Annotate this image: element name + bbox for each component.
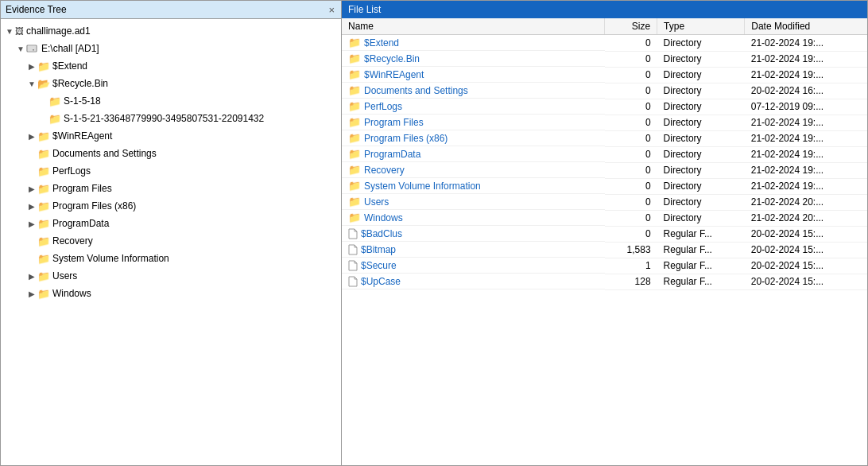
tree-expander-e-chall[interactable]: ▼: [15, 45, 26, 53]
table-row[interactable]: 📁PerfLogs0Directory07-12-2019 09:...: [342, 99, 867, 115]
tree-label-systemvol: System Volume Information: [52, 253, 169, 264]
file-date-cell: 20-02-2024 16:...: [745, 83, 867, 99]
folder-icon: 📁: [37, 183, 50, 195]
tree-expander-windows[interactable]: ▶: [26, 289, 37, 298]
table-row[interactable]: 📁Recovery0Directory21-02-2024 19:...: [342, 162, 867, 178]
file-date-cell: 20-02-2024 15:...: [745, 242, 867, 258]
table-row[interactable]: 📁Documents and Settings0Directory20-02-2…: [342, 83, 867, 99]
file-name-cell[interactable]: $UpCase: [342, 274, 605, 289]
file-list-header: File List: [342, 1, 867, 18]
file-type-cell: Regular F...: [657, 226, 745, 242]
tree-item-programdata[interactable]: ▶📁ProgramData: [1, 215, 341, 232]
file-name-cell[interactable]: 📁System Volume Information: [342, 178, 605, 194]
tree-label-e-chall: E:\chall [AD1]: [41, 43, 99, 54]
file-name-cell[interactable]: 📁$WinREAgent: [342, 67, 605, 83]
table-row[interactable]: $Secure1Regular F...20-02-2024 15:...: [342, 258, 867, 274]
tree-item-winreagent[interactable]: ▶📁$WinREAgent: [1, 127, 341, 145]
file-type-cell: Directory: [657, 51, 745, 67]
file-name-cell[interactable]: $Secure: [342, 258, 605, 274]
table-row[interactable]: 📁$Recycle.Bin0Directory21-02-2024 19:...: [342, 51, 867, 67]
tree-expander-recycle[interactable]: ▼: [26, 80, 37, 88]
file-table: Name Size Type Date Modified 📁$Extend0Di…: [342, 18, 867, 290]
tree-item-extend[interactable]: ▶📁$Extend: [1, 57, 341, 75]
tree-item-docsettings[interactable]: 📁Documents and Settings: [1, 145, 341, 162]
row-folder-icon: 📁: [348, 68, 361, 80]
tree-expander-extend[interactable]: ▶: [26, 62, 37, 71]
table-row[interactable]: 📁$Extend0Directory21-02-2024 19:...: [342, 35, 867, 52]
tree-content[interactable]: ▼🖼challimage.ad1▼E:\chall [AD1]▶📁$Extend…: [1, 19, 341, 465]
folder-icon: 📁: [37, 218, 50, 230]
file-type-cell: Directory: [657, 83, 745, 99]
file-name-cell[interactable]: $Bitmap: [342, 242, 605, 258]
table-row[interactable]: 📁$WinREAgent0Directory21-02-2024 19:...: [342, 67, 867, 83]
table-row[interactable]: 📁System Volume Information0Directory21-0…: [342, 178, 867, 194]
tree-expander-winreagent[interactable]: ▶: [26, 132, 37, 141]
tree-label-programfiles: Program Files: [52, 183, 112, 194]
tree-item-recycle[interactable]: ▼📂$Recycle.Bin: [1, 75, 341, 92]
tree-expander-programdata[interactable]: ▶: [26, 219, 37, 228]
folder-icon: 📁: [37, 288, 50, 300]
table-row[interactable]: $Bitmap1,583Regular F...20-02-2024 15:..…: [342, 242, 867, 258]
file-name-cell[interactable]: 📁$Extend: [342, 35, 605, 51]
folder-icon: 📁: [37, 130, 50, 142]
tree-item-recovery[interactable]: 📁Recovery: [1, 232, 341, 250]
col-name[interactable]: Name: [342, 18, 605, 35]
file-list-table[interactable]: Name Size Type Date Modified 📁$Extend0Di…: [342, 18, 867, 465]
col-type[interactable]: Type: [657, 18, 745, 35]
file-date-cell: 21-02-2024 20:...: [745, 210, 867, 226]
file-name-cell[interactable]: 📁Windows: [342, 210, 605, 226]
tree-item-e-chall[interactable]: ▼E:\chall [AD1]: [1, 40, 341, 57]
file-name-cell[interactable]: 📁$Recycle.Bin: [342, 51, 605, 67]
table-row[interactable]: 📁Users0Directory21-02-2024 20:...: [342, 194, 867, 210]
row-folder-icon: 📁: [348, 37, 361, 49]
row-folder-icon: 📁: [348, 164, 361, 176]
tree-item-programfiles[interactable]: ▶📁Program Files: [1, 180, 341, 197]
table-row[interactable]: 📁Program Files0Directory21-02-2024 19:..…: [342, 115, 867, 130]
file-name-cell[interactable]: 📁ProgramData: [342, 146, 605, 162]
file-size-cell: 0: [605, 162, 657, 178]
col-size[interactable]: Size: [605, 18, 657, 35]
file-name-cell[interactable]: 📁Recovery: [342, 162, 605, 178]
tree-expander-programfiles[interactable]: ▶: [26, 184, 37, 193]
tree-expander-programfilesx86[interactable]: ▶: [26, 202, 37, 211]
tree-item-perflogs[interactable]: 📁PerfLogs: [1, 162, 341, 180]
file-name-text: Documents and Settings: [364, 85, 468, 96]
file-date-cell: 20-02-2024 15:...: [745, 258, 867, 274]
table-row[interactable]: 📁ProgramData0Directory21-02-2024 19:...: [342, 146, 867, 162]
tree-expander-root[interactable]: ▼: [4, 27, 15, 36]
table-row[interactable]: 📁Program Files (x86)0Directory21-02-2024…: [342, 130, 867, 146]
tree-expander-users[interactable]: ▶: [26, 272, 37, 281]
row-folder-icon: 📁: [348, 212, 361, 223]
file-name-cell[interactable]: 📁PerfLogs: [342, 99, 605, 115]
table-row[interactable]: $UpCase128Regular F...20-02-2024 15:...: [342, 274, 867, 289]
svg-rect-2: [33, 49, 34, 51]
table-row[interactable]: 📁Windows0Directory21-02-2024 20:...: [342, 210, 867, 226]
file-name-cell[interactable]: 📁Users: [342, 194, 605, 210]
tree-item-systemvol[interactable]: 📁System Volume Information: [1, 250, 341, 267]
tree-item-s-1-5-18[interactable]: 📁S-1-5-18: [1, 92, 341, 110]
file-name-cell[interactable]: 📁Documents and Settings: [342, 83, 605, 99]
tree-item-s-1-5-21[interactable]: 📁S-1-5-21-33648779990-3495807531-2209143…: [1, 110, 341, 127]
row-file-icon: [348, 227, 358, 239]
file-date-cell: 20-02-2024 15:...: [745, 226, 867, 242]
close-button[interactable]: ×: [327, 5, 336, 15]
tree-item-windows[interactable]: ▶📁Windows: [1, 285, 341, 302]
col-date[interactable]: Date Modified: [745, 18, 867, 35]
file-list-panel: File List Name Size Type Date Modified 📁…: [342, 0, 868, 466]
file-size-cell: 0: [605, 99, 657, 115]
tree-item-users[interactable]: ▶📁Users: [1, 267, 341, 285]
file-date-cell: 21-02-2024 19:...: [745, 115, 867, 130]
table-row[interactable]: $BadClus0Regular F...20-02-2024 15:...: [342, 226, 867, 242]
tree-item-programfilesx86[interactable]: ▶📁Program Files (x86): [1, 197, 341, 215]
file-name-cell[interactable]: 📁Program Files (x86): [342, 130, 605, 146]
tree-item-root[interactable]: ▼🖼challimage.ad1: [1, 22, 341, 40]
file-type-cell: Directory: [657, 130, 745, 146]
file-name-text: Windows: [364, 212, 403, 223]
file-name-cell[interactable]: 📁Program Files: [342, 115, 605, 130]
evidence-tree-panel: Evidence Tree × ▼🖼challimage.ad1▼E:\chal…: [0, 0, 342, 466]
file-size-cell: 0: [605, 130, 657, 146]
file-name-text: $BadClus: [361, 228, 402, 239]
file-name-text: Program Files (x86): [364, 133, 448, 144]
file-name-cell[interactable]: $BadClus: [342, 226, 605, 242]
file-type-cell: Directory: [657, 162, 745, 178]
